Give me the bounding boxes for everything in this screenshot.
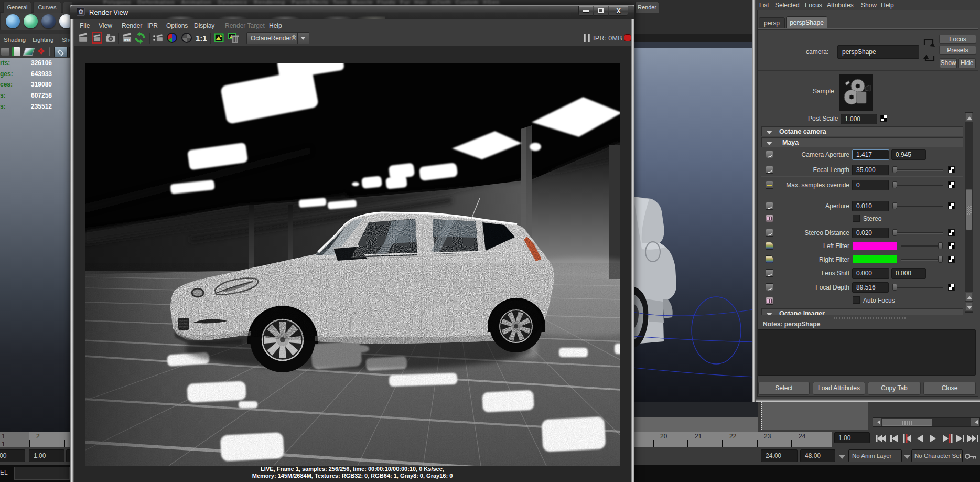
svg-text:IPR: IPR — [124, 38, 130, 41]
svg-text:1:1: 1:1 — [196, 34, 207, 42]
